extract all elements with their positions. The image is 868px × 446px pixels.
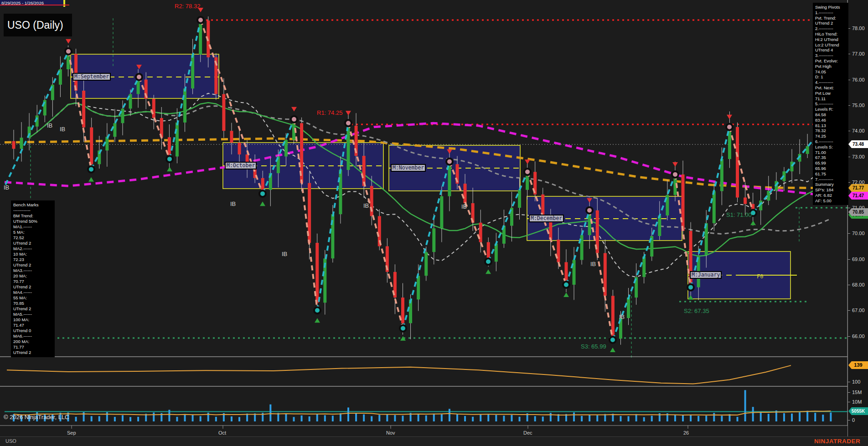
volume-bar bbox=[98, 416, 100, 421]
volume-bar bbox=[573, 412, 575, 421]
buy-triangle-icon bbox=[167, 167, 172, 171]
pivot-high-marker bbox=[136, 74, 142, 80]
candle-body bbox=[12, 141, 16, 149]
candle-body bbox=[557, 240, 560, 262]
volume-bar bbox=[301, 415, 303, 421]
volume-bar bbox=[495, 415, 497, 421]
volume-bar bbox=[200, 416, 202, 421]
ib-label: IB bbox=[461, 203, 467, 210]
time-axis-label: 26 bbox=[683, 430, 689, 436]
month-box-label: M:December bbox=[529, 215, 564, 222]
pivot-low-marker bbox=[400, 325, 406, 332]
ma55-tag: 70.85 bbox=[848, 208, 868, 216]
volume-bar bbox=[215, 417, 217, 421]
axis-tick-label: 69.00 bbox=[852, 256, 865, 262]
volume-bar bbox=[674, 415, 676, 421]
ninjatrader-logo: NINJATRADER bbox=[814, 438, 860, 445]
axis-tick-label: 73.00 bbox=[852, 154, 865, 159]
volume-bar bbox=[721, 416, 723, 421]
candle-body bbox=[713, 191, 716, 223]
axis-tick bbox=[848, 402, 850, 402]
pivot-high-marker bbox=[446, 159, 453, 165]
volume-bar bbox=[285, 413, 287, 421]
ib-label: IB bbox=[282, 251, 287, 257]
volume-bar bbox=[324, 415, 326, 421]
volume-bar bbox=[402, 415, 404, 421]
candle-body bbox=[176, 123, 179, 157]
pivot-low-marker bbox=[259, 190, 266, 197]
candle-body bbox=[642, 256, 646, 277]
volume-bar bbox=[378, 415, 380, 421]
time-axis-label: Oct bbox=[218, 430, 226, 436]
volume-bar bbox=[347, 407, 349, 421]
ib-label: IB bbox=[590, 261, 596, 267]
candle-body bbox=[238, 143, 241, 154]
swing-line bbox=[5, 51, 68, 185]
symbol-tab[interactable]: USO bbox=[5, 438, 16, 444]
volume-bar bbox=[690, 415, 692, 421]
sell-triangle-icon bbox=[672, 162, 678, 167]
indicator-tag: 139 bbox=[848, 361, 868, 369]
pivot-low-marker bbox=[687, 284, 694, 291]
month-box-label: M:January bbox=[690, 271, 722, 279]
volume-bar bbox=[137, 417, 139, 421]
candle-body bbox=[682, 174, 685, 231]
buy-triangle-icon bbox=[486, 269, 491, 274]
candle-body bbox=[464, 184, 467, 203]
candle-body bbox=[495, 244, 498, 261]
volume-bar bbox=[394, 415, 396, 421]
level-label-R2: R2: 78.32 bbox=[175, 3, 200, 10]
volume-bar bbox=[752, 407, 754, 421]
volume-bar bbox=[822, 415, 824, 421]
axis-tick-label: 77.00 bbox=[852, 51, 865, 56]
sell-triangle-icon bbox=[66, 39, 71, 44]
buy-triangle-icon bbox=[750, 220, 756, 225]
pivot-high-marker bbox=[65, 48, 72, 55]
candle-body bbox=[658, 215, 661, 236]
volume-bar bbox=[176, 417, 178, 421]
axis-tick bbox=[848, 285, 850, 285]
volume-bar bbox=[168, 410, 170, 421]
volume-bar bbox=[441, 414, 443, 421]
volume-bar bbox=[425, 415, 427, 421]
axis-tick bbox=[848, 259, 850, 260]
volume-bar bbox=[589, 415, 590, 421]
axis-tick bbox=[848, 420, 850, 420]
volume-bar bbox=[464, 416, 466, 421]
volume-bar bbox=[293, 417, 295, 421]
axis-tick-label: 15M bbox=[852, 390, 862, 395]
sell-triangle-icon bbox=[525, 159, 530, 164]
pivot-low-marker bbox=[88, 166, 94, 173]
axis-tick-label: 66.00 bbox=[852, 333, 865, 339]
buy-triangle-icon bbox=[260, 201, 265, 206]
pivot-low-marker bbox=[314, 307, 320, 313]
candle-body bbox=[347, 126, 350, 170]
pivot-high-marker bbox=[726, 124, 733, 130]
candle-body bbox=[74, 54, 78, 91]
sell-triangle-icon bbox=[727, 115, 732, 119]
axis-tick-label: 75.00 bbox=[852, 103, 865, 108]
volume-bar bbox=[783, 413, 785, 421]
candle-body bbox=[20, 138, 23, 149]
price-axis[interactable]: 78.0077.0076.0075.0074.0073.0072.0071.00… bbox=[847, 0, 868, 436]
indicator-line bbox=[7, 365, 791, 384]
candle-body bbox=[222, 94, 225, 131]
volume-bar bbox=[550, 413, 552, 421]
time-axis-label: Nov bbox=[386, 430, 395, 436]
volume-bar bbox=[269, 405, 271, 421]
volume-bar bbox=[316, 414, 318, 421]
axis-tick bbox=[848, 392, 850, 393]
status-bar: USO NINJATRADER bbox=[0, 436, 868, 446]
price-chart-canvas[interactable] bbox=[0, 0, 868, 436]
ib-label: IB bbox=[4, 184, 9, 191]
volume-bar bbox=[332, 415, 334, 421]
swing-line bbox=[729, 127, 753, 213]
sell-triangle-icon bbox=[291, 107, 297, 112]
volume-bar bbox=[511, 415, 512, 421]
candle-body bbox=[401, 297, 404, 323]
pivot-high-marker bbox=[291, 116, 297, 123]
ninjatrader-window: 8/29/2025 - 1/26/2026 USO (Daily) Swing … bbox=[0, 0, 868, 446]
volume-bar bbox=[628, 416, 630, 421]
candle-body bbox=[518, 190, 521, 208]
volume-bar bbox=[503, 415, 505, 421]
